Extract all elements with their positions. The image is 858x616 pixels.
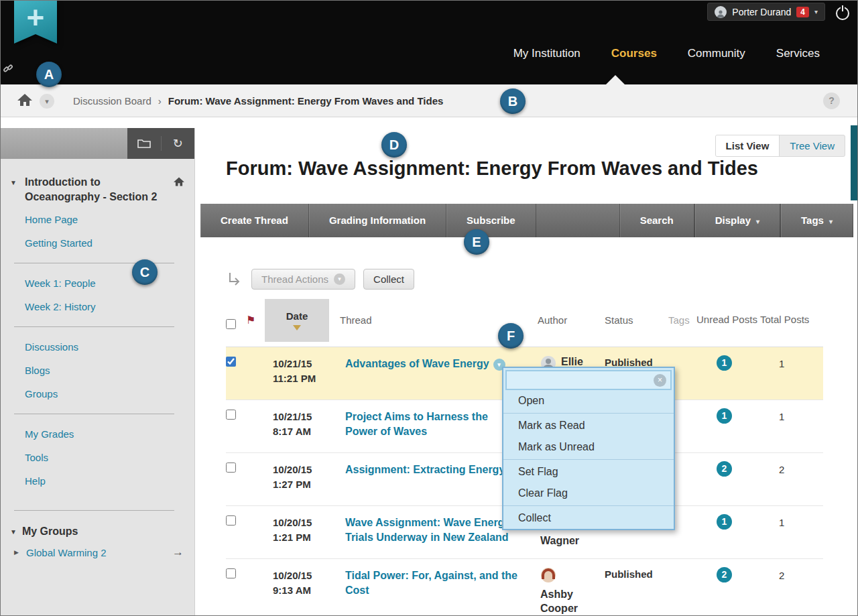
menu-divider <box>503 413 674 414</box>
row-checkbox[interactable] <box>226 453 246 505</box>
sidebar-item-week1-people[interactable]: Week 1: People <box>1 271 194 295</box>
thread-title-link[interactable]: Advantages of Wave Energy <box>345 358 489 369</box>
row-checkbox[interactable] <box>226 559 246 616</box>
course-home-icon[interactable] <box>173 176 185 187</box>
home-icon[interactable] <box>17 93 33 107</box>
sidebar-divider <box>14 326 174 327</box>
my-groups-header[interactable]: ▼ My Groups <box>1 519 194 542</box>
unread-posts-badge[interactable]: 1 <box>717 355 732 371</box>
tags-menu-button[interactable]: Tags▾ <box>780 204 853 237</box>
tree-view-tab[interactable]: Tree View <box>780 135 845 156</box>
panel-edge <box>851 125 857 200</box>
sidebar-item-discussions[interactable]: Discussions <box>1 335 194 359</box>
elbow-arrow-icon <box>226 271 243 288</box>
help-icon[interactable]: ? <box>823 93 840 109</box>
add-module-tab[interactable]: + <box>14 1 57 44</box>
open-group-arrow-icon[interactable]: → <box>172 546 184 559</box>
sort-desc-icon <box>293 325 301 330</box>
thread-tools-row: Thread Actions ▾ Collect <box>226 269 414 290</box>
chevron-down-icon: ▾ <box>756 218 759 225</box>
unread-posts-badge[interactable]: 1 <box>717 514 732 530</box>
chevron-down-icon: ▾ <box>814 8 818 15</box>
unread-posts-badge[interactable]: 2 <box>717 461 732 477</box>
close-icon[interactable]: × <box>654 374 666 387</box>
menu-item-set-flag[interactable]: Set Flag <box>503 461 674 483</box>
user-name: Porter Durand <box>732 7 791 17</box>
action-bar: Create Thread Grading Information Subscr… <box>200 204 853 237</box>
context-menu-header: × <box>505 370 672 390</box>
row-flag-cell <box>246 400 265 452</box>
menu-item-open[interactable]: Open <box>503 390 674 412</box>
sidebar-item-week2-history[interactable]: Week 2: History <box>1 295 194 318</box>
collapse-caret-icon: ▼ <box>10 528 17 536</box>
unread-posts-column-header: Unread Posts <box>696 314 760 326</box>
breadcrumb-separator-icon: › <box>158 95 162 107</box>
course-title[interactable]: Introduction to Oceanography - Section 2 <box>25 175 168 204</box>
nav-my-institution[interactable]: My Institution <box>513 47 580 60</box>
user-menu[interactable]: Porter Durand 4 ▾ <box>707 3 825 21</box>
breadcrumb-bar: ▾ Discussion Board › Forum: Wave Assignm… <box>1 84 857 117</box>
menu-item-collect[interactable]: Collect <box>503 507 674 529</box>
unread-posts-badge[interactable]: 2 <box>717 567 732 582</box>
table-row: 10/20/159:13 AM Tidal Power: For, Agains… <box>226 559 823 616</box>
sidebar-item-help[interactable]: Help <box>1 469 194 493</box>
display-menu-button[interactable]: Display▾ <box>694 204 780 237</box>
menu-item-mark-as-unread[interactable]: Mark as Unread <box>503 436 674 458</box>
nav-community[interactable]: Community <box>688 47 745 60</box>
folder-view-icon[interactable] <box>128 138 161 149</box>
total-posts: 2 <box>760 453 823 505</box>
logout-power-icon[interactable] <box>836 7 849 20</box>
global-nav: My Institution Courses Community Service… <box>513 47 820 60</box>
nav-courses[interactable]: Courses <box>611 47 657 60</box>
collect-button[interactable]: Collect <box>363 269 414 290</box>
breadcrumb-current: Forum: Wave Assignment: Energy From Wave… <box>168 95 444 107</box>
sidebar-item-tools[interactable]: Tools <box>1 446 194 469</box>
refresh-icon[interactable]: ↻ <box>161 136 194 151</box>
date-column-header[interactable]: Date <box>265 299 329 342</box>
grading-information-button[interactable]: Grading Information <box>309 204 446 237</box>
course-header: ▼ Introduction to Oceanography - Section… <box>1 159 194 208</box>
nav-services[interactable]: Services <box>776 47 820 60</box>
sidebar-toolbar-spacer <box>1 128 127 159</box>
breadcrumb: Discussion Board › Forum: Wave Assignmen… <box>73 84 443 117</box>
tags-cell <box>668 559 696 616</box>
sidebar-item-global-warming-2[interactable]: ▶ Global Warming 2 → <box>1 542 194 564</box>
select-all-checkbox[interactable] <box>226 310 246 331</box>
thread-actions-button[interactable]: Thread Actions ▾ <box>251 269 355 290</box>
flag-column-icon: ⚑ <box>246 314 265 326</box>
menu-item-mark-as-read[interactable]: Mark as Read <box>503 415 674 436</box>
total-posts: 1 <box>760 506 823 558</box>
breadcrumb-expand-icon[interactable]: ▾ <box>40 94 54 109</box>
tags-column-header: Tags <box>668 314 696 326</box>
unread-posts-badge[interactable]: 1 <box>717 408 732 424</box>
sidebar-divider <box>14 414 174 414</box>
annotation-b: B <box>500 88 526 114</box>
thread-title-link[interactable]: Tidal Power: For, Against, and the Cost <box>340 559 538 616</box>
sidebar-item-getting-started[interactable]: Getting Started <box>1 231 194 255</box>
breadcrumb-root[interactable]: Discussion Board <box>73 95 151 107</box>
menu-item-clear-flag[interactable]: Clear Flag <box>503 483 674 504</box>
sidebar-toolbar: ↻ <box>1 128 194 159</box>
total-posts: 1 <box>760 347 823 399</box>
create-thread-button[interactable]: Create Thread <box>200 204 309 237</box>
link-icon <box>3 63 13 74</box>
sidebar-item-my-grades[interactable]: My Grades <box>1 422 194 446</box>
row-checkbox[interactable] <box>226 347 246 399</box>
avatar <box>540 567 556 583</box>
collapse-caret-icon[interactable]: ▼ <box>10 179 17 186</box>
menu-divider <box>503 505 674 506</box>
chevron-down-icon: ▾ <box>334 273 345 285</box>
status-column-header: Status <box>605 314 668 326</box>
annotation-f: F <box>498 323 524 349</box>
list-view-tab[interactable]: List View <box>716 135 780 156</box>
sidebar-item-blogs[interactable]: Blogs <box>1 359 194 382</box>
thread-date: 10/20/159:13 AM <box>265 559 340 616</box>
subscribe-button[interactable]: Subscribe <box>446 204 536 237</box>
row-checkbox[interactable] <box>226 400 246 452</box>
sidebar-item-home-page[interactable]: Home Page <box>1 208 194 231</box>
search-button[interactable]: Search <box>619 204 694 237</box>
sidebar-item-groups[interactable]: Groups <box>1 382 194 406</box>
row-checkbox[interactable] <box>226 506 246 558</box>
notification-badge[interactable]: 4 <box>796 7 809 17</box>
view-toggle: List View Tree View <box>715 135 845 157</box>
